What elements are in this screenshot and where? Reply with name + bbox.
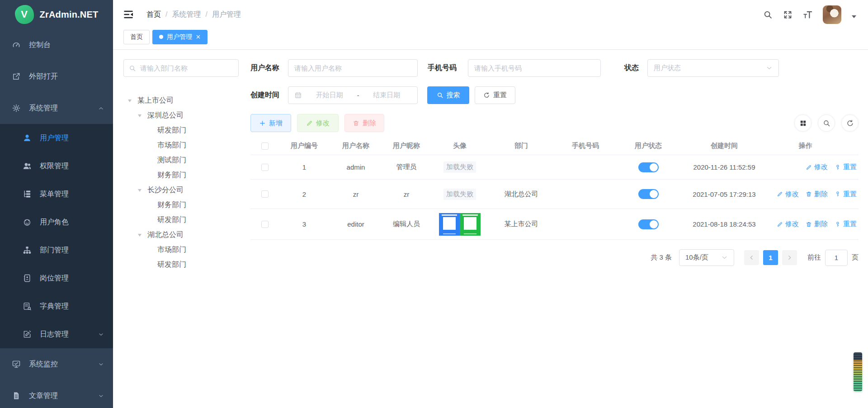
font-size-icon[interactable] [803,10,812,19]
breadcrumb-home[interactable]: 首页 [146,10,161,19]
sidebar-item-external[interactable]: 外部打开 [0,61,113,92]
tree-node[interactable]: 研发部门 [123,123,239,138]
date-range-picker[interactable]: 开始日期 - 结束日期 [288,86,418,104]
columns-grid-button[interactable] [794,114,811,132]
tree-node[interactable]: 湖北总公司 [123,228,239,242]
row-checkbox[interactable] [261,221,269,228]
tree-caret-icon[interactable] [138,112,147,119]
row-delete-link[interactable]: 删除 [806,220,828,228]
dept-search-input[interactable] [140,64,233,72]
tab-user-management[interactable]: 用户管理 [152,30,208,44]
tree-node[interactable]: 研发部门 [123,213,239,228]
tree-caret-icon[interactable] [138,232,147,238]
tree-node[interactable]: 财务部门 [123,168,239,183]
status-toggle[interactable] [638,219,659,229]
logo-icon: V [15,5,34,24]
cell-user-id: 1 [279,163,329,171]
tab-home[interactable]: 首页 [123,30,150,44]
phone-input[interactable] [474,64,594,72]
edit-button[interactable]: 修改 [297,114,339,132]
key-icon [835,221,841,228]
sidebar-item-departments[interactable]: 部门管理 [0,236,113,264]
page-number-button[interactable]: 1 [763,250,778,265]
sidebar-item-permissions[interactable]: 权限管理 [0,152,113,180]
close-icon[interactable] [196,34,201,39]
trash-icon [353,120,359,127]
tree-node[interactable]: 某上市公司 [123,93,239,108]
goto-page-input[interactable] [825,250,848,266]
avatar-qr-blue [439,213,460,236]
sidebar-item-dashboard[interactable]: 控制台 [0,29,113,61]
add-button[interactable]: 新增 [250,114,291,132]
sidebar-item-menus[interactable]: 菜单管理 [0,180,113,208]
monitor-icon [12,360,21,369]
date-end-placeholder: 结束日期 [362,91,411,100]
sidebar-item-logs[interactable]: 日志管理 [0,320,113,348]
sidebar-item-posts[interactable]: 岗位管理 [0,264,113,292]
chevron-up-icon [98,105,104,111]
edit-button-label: 修改 [316,119,330,128]
search-button[interactable]: 搜索 [427,86,469,104]
sidebar-item-system[interactable]: 系统管理 [0,92,113,124]
tree-caret-icon[interactable] [128,97,137,104]
tree-node[interactable]: 长沙分公司 [123,183,239,198]
select-all-checkbox[interactable] [261,142,269,150]
row-edit-link[interactable]: 修改 [806,163,828,171]
sidebar-item-label: 控制台 [29,40,51,50]
row-reset-link[interactable]: 重置 [835,220,857,228]
username-input[interactable] [294,64,411,72]
tree-node[interactable]: 市场部门 [123,242,239,257]
row-checkbox[interactable] [261,164,269,171]
row-edit-link[interactable]: 修改 [777,220,799,228]
sidebar: V ZrAdmin.NET 控制台 外部打开 系统管理 用户管理 权限管理 菜单… [0,0,113,408]
tree-node[interactable]: 深圳总公司 [123,108,239,123]
sidebar-collapse-icon[interactable] [123,9,134,20]
page-size-select[interactable]: 10条/页 [679,249,734,266]
row-edit-link[interactable]: 修改 [777,190,799,199]
row-reset-link[interactable]: 重置 [835,190,857,199]
sidebar-item-users[interactable]: 用户管理 [0,124,113,152]
row-delete-link[interactable]: 删除 [806,190,828,199]
status-toggle[interactable] [638,162,659,172]
tab-bar: 首页 用户管理 [113,29,868,50]
search-icon[interactable] [763,10,773,19]
user-icon [23,133,32,142]
prev-page-button[interactable] [744,250,759,265]
col-created: 创建时间 [679,142,769,150]
sidebar-item-roles[interactable]: 用户角色 [0,208,113,236]
user-avatar[interactable] [823,5,841,24]
delete-button[interactable]: 删除 [344,114,384,132]
show-search-button[interactable] [818,114,835,132]
next-page-button[interactable] [782,250,797,265]
status-toggle[interactable] [638,189,659,199]
score-widget[interactable] [854,352,862,391]
tree-caret-icon[interactable] [138,187,147,194]
avatar-caret-down-icon[interactable] [852,15,856,20]
tree-node[interactable]: 研发部门 [123,257,239,272]
sidebar-item-dictionary[interactable]: 字典管理 [0,292,113,320]
user-table: 用户编号 用户名称 用户昵称 头像 部门 手机号码 用户状态 创建时间 操作 1… [250,137,859,240]
tree-node-label: 财务部门 [157,171,186,180]
search-button-label: 搜索 [447,91,460,100]
status-select[interactable]: 用户状态 [647,59,779,77]
tree-node[interactable]: 市场部门 [123,138,239,153]
tree-node[interactable]: 测试部门 [123,153,239,168]
username-field [288,59,418,77]
reset-button[interactable]: 重置 [475,86,515,104]
refresh-table-button[interactable] [841,114,859,132]
refresh-icon [483,92,490,99]
sidebar-item-articles[interactable]: 文章管理 [0,380,113,408]
avatar-load-failed: 加载失败 [443,189,476,200]
row-checkbox[interactable] [261,190,269,198]
main-area: 首页 / 系统管理 / 用户管理 首页 用户管理 [113,0,868,408]
sidebar-item-monitor[interactable]: 系统监控 [0,348,113,380]
tree-node-label: 深圳总公司 [147,111,184,120]
sidebar-item-label: 用户角色 [40,218,69,227]
tree-node[interactable]: 财务部门 [123,198,239,213]
fullscreen-icon[interactable] [783,10,793,19]
table-row: 2 zr zr 加载失败 湖北总公司 2021-07-05 17:29:13 修… [250,180,859,209]
row-reset-link[interactable]: 重置 [835,163,857,171]
breadcrumb-system[interactable]: 系统管理 [172,10,201,19]
sidebar-item-label: 文章管理 [29,391,58,401]
chevron-left-icon [749,255,755,261]
